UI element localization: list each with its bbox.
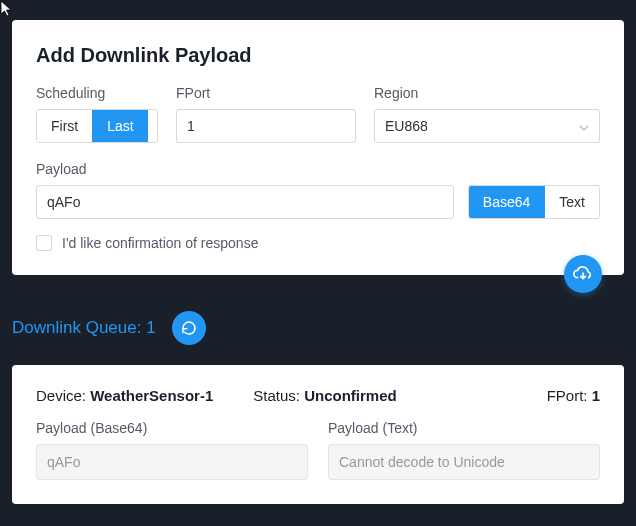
payload-b64-label: Payload (Base64) [36, 420, 308, 436]
device-name: Device: WeatherSensor-1 [36, 387, 213, 404]
device-fport: FPort: 1 [547, 387, 600, 404]
cloud-download-icon [572, 263, 594, 285]
mouse-cursor [0, 0, 18, 18]
refresh-queue-button[interactable] [172, 311, 206, 345]
submit-downlink-button[interactable] [564, 255, 602, 293]
queued-downlink-card: Device: WeatherSensor-1 Status: Unconfir… [12, 365, 624, 504]
scheduling-first-button[interactable]: First [37, 110, 92, 142]
payload-encoding-base64-button[interactable]: Base64 [469, 186, 544, 218]
payload-b64-value: qAFo [36, 444, 308, 480]
confirm-checkbox[interactable] [36, 235, 52, 251]
payload-text-label: Payload (Text) [328, 420, 600, 436]
panel-title: Add Downlink Payload [36, 44, 600, 67]
scheduling-toggle[interactable]: First Last [36, 109, 158, 143]
payload-input[interactable] [36, 185, 454, 219]
payload-text-value: Cannot decode to Unicode [328, 444, 600, 480]
refresh-icon [180, 319, 198, 337]
downlink-queue-label: Downlink Queue: 1 [12, 318, 156, 338]
payload-encoding-toggle[interactable]: Base64 Text [468, 185, 600, 219]
device-status: Status: Unconfirmed [253, 387, 396, 404]
fport-input[interactable] [176, 109, 356, 143]
chevron-down-icon [579, 117, 589, 135]
payload-label: Payload [36, 161, 600, 177]
scheduling-last-button[interactable]: Last [92, 110, 147, 142]
payload-encoding-text-button[interactable]: Text [544, 186, 599, 218]
downlink-queue-row: Downlink Queue: 1 [12, 311, 624, 345]
confirm-label: I'd like confirmation of response [62, 235, 258, 251]
scheduling-label: Scheduling [36, 85, 158, 101]
region-select[interactable]: EU868 [374, 109, 600, 143]
region-label: Region [374, 85, 600, 101]
region-value: EU868 [385, 118, 579, 134]
add-downlink-panel: Add Downlink Payload Scheduling First La… [12, 20, 624, 275]
fport-label: FPort [176, 85, 356, 101]
